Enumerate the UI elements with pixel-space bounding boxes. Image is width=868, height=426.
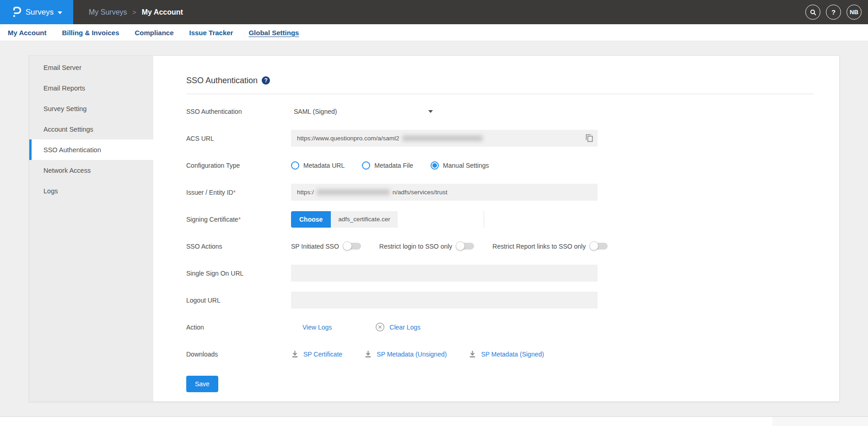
breadcrumb-separator: > [133,9,136,16]
row-downloads: Downloads SP Certificate [186,341,814,367]
issuer-value-suffix: n/adfs/services/trust [393,189,447,196]
title-help-icon[interactable]: ? [262,76,270,85]
top-header: Surveys My Surveys > My Account ? NB [0,0,868,24]
row-action: Action View Logs Clear Logs [186,314,814,341]
chevron-down-icon [58,11,62,14]
download-sp-metadata-signed[interactable]: SP Metadata (Signed) [469,350,544,358]
toggle-switch[interactable] [344,243,361,250]
toggle-sp-initiated-sso: SP Initiated SSO [291,243,361,250]
product-label: Surveys [26,8,54,17]
avatar[interactable]: NB [846,5,862,20]
radio-checked-icon [431,161,439,170]
questionpro-logo-icon [11,6,22,18]
tab-billing-invoices[interactable]: Billing & Invoices [62,29,119,37]
header-actions: ? NB [805,0,868,24]
tab-issue-tracker[interactable]: Issue Tracker [189,29,233,37]
help-button[interactable]: ? [826,5,841,20]
download-icon [469,350,476,358]
clear-logs-link[interactable]: Clear Logs [389,324,421,331]
download-icon [291,350,299,358]
settings-sidebar: Email Server Email Reports Survey Settin… [29,56,153,401]
radio-metadata-file[interactable]: Metadata File [362,161,413,170]
acs-url-label: ACS URL [186,135,291,142]
tab-global-settings[interactable]: Global Settings [248,29,299,37]
select-caret-icon [428,110,433,113]
page-footer [0,416,868,426]
download-icon [364,350,372,358]
search-button[interactable] [805,5,820,20]
required-asterisk: * [238,216,241,223]
breadcrumb: My Surveys > My Account [73,0,183,24]
search-icon [809,9,817,16]
row-issuer: Issuer / Entity ID* https:/ n/adfs/servi… [186,179,814,206]
clear-logs-group[interactable]: Clear Logs [375,322,421,332]
radio-icon [291,161,299,170]
issuer-field[interactable]: https:/ n/adfs/services/trust [291,184,598,201]
page-title: SSO Authentication [186,76,258,85]
toggle-switch[interactable] [590,243,608,250]
radio-metadata-url[interactable]: Metadata URL [291,161,345,170]
toggle-knob-icon [589,241,598,250]
row-logout-url: Logout URL [186,287,814,314]
downloads-label: Downloads [186,351,291,358]
breadcrumb-my-surveys[interactable]: My Surveys [89,8,127,16]
avatar-initials: NB [850,9,858,16]
toggle-knob-icon [456,241,465,250]
action-label: Action [186,324,291,331]
toggle-restrict-report-links: Restrict Report links to SSO only [492,243,608,250]
acs-url-value: https://www.questionpro.com/a/saml2 [297,135,399,142]
row-sso-type: SSO Authentication SAML (Signed) [186,98,814,125]
radio-icon [362,161,370,170]
sidebar-item-network-access[interactable]: Network Access [29,160,153,181]
certificate-file-input: Choose adfs_certificate.cer [291,211,484,228]
save-button[interactable]: Save [186,376,218,392]
acs-url-field[interactable]: https://www.questionpro.com/a/saml2 [291,130,598,147]
sso-type-label: SSO Authentication [186,108,291,115]
tab-my-account[interactable]: My Account [8,29,46,37]
sidebar-item-account-settings[interactable]: Account Settings [29,119,153,139]
view-logs-link[interactable]: View Logs [302,324,332,331]
sso-actions-label: SSO Actions [186,243,291,250]
download-sp-metadata-unsigned[interactable]: SP Metadata (Unsigned) [364,350,447,358]
sso-type-select[interactable]: SAML (Signed) [291,108,433,115]
logout-url-label: Logout URL [186,297,291,304]
sso-type-value: SAML (Signed) [294,108,337,115]
redacted-text [402,135,483,141]
configuration-type-label: Configuration Type [186,162,291,169]
sidebar-item-survey-setting[interactable]: Survey Setting [29,98,153,119]
redacted-text [317,189,390,195]
choose-file-button[interactable]: Choose [291,211,331,228]
sso-settings-panel: SSO Authentication ? SSO Authentication … [153,56,839,401]
row-sso-actions: SSO Actions SP Initiated SSO Restrict lo… [186,233,814,260]
sidebar-item-email-server[interactable]: Email Server [29,57,153,78]
issuer-label: Issuer / Entity ID* [186,189,291,196]
signing-certificate-label: Signing Certificate* [186,216,291,223]
clear-circle-x-icon [375,322,385,332]
certificate-filename: adfs_certificate.cer [331,211,398,228]
breadcrumb-current: My Account [142,8,183,16]
single-sign-on-url-field[interactable] [291,265,598,282]
sidebar-item-sso-authentication[interactable]: SSO Authentication [29,139,153,160]
account-tabbar: My Account Billing & Invoices Compliance… [0,24,868,41]
tab-compliance[interactable]: Compliance [135,29,173,37]
row-configuration-type: Configuration Type Metadata URL Metadata… [186,152,814,179]
required-asterisk: * [233,189,236,196]
single-sign-on-url-label: Single Sign On URL [186,270,291,277]
sidebar-item-email-reports[interactable]: Email Reports [29,78,153,98]
download-sp-certificate[interactable]: SP Certificate [291,350,342,358]
sidebar-item-logs[interactable]: Logs [29,181,153,201]
row-single-sign-on-url: Single Sign On URL [186,260,814,287]
question-mark-icon: ? [831,8,836,16]
footer-corner-panel [772,417,868,426]
logout-url-field[interactable] [291,292,598,309]
product-switcher[interactable]: Surveys [0,0,73,24]
radio-manual-settings[interactable]: Manual Settings [431,161,489,170]
settings-card: Email Server Email Reports Survey Settin… [29,55,840,402]
copy-button[interactable] [585,133,594,144]
title-divider [186,94,814,94]
toggle-knob-icon [343,241,352,250]
toggle-restrict-login: Restrict login to SSO only [379,243,474,250]
toggle-switch[interactable] [457,243,474,250]
row-acs-url: ACS URL https://www.questionpro.com/a/sa… [186,125,814,152]
row-signing-certificate: Signing Certificate* Choose adfs_certifi… [186,206,814,233]
